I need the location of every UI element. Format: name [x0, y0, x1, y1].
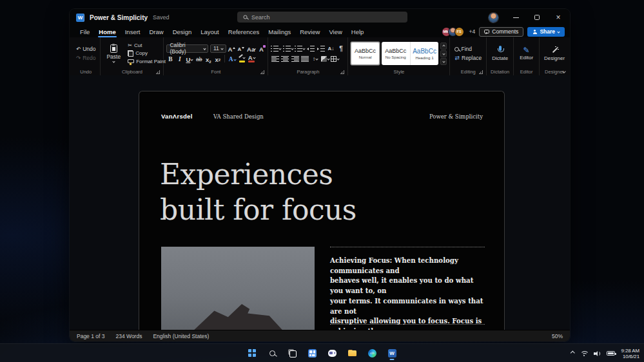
italic-button[interactable]: I — [176, 55, 184, 63]
font-family-combo[interactable]: Calibri (Body) — [166, 44, 208, 53]
shrink-font-button[interactable]: A — [237, 44, 245, 53]
format-painter-button[interactable]: Format Paint — [126, 58, 168, 66]
status-bar: Page 1 of 3 234 Words English (United St… — [70, 330, 570, 341]
start-button[interactable] — [244, 345, 260, 361]
show-marks-button[interactable]: ¶ — [337, 44, 345, 53]
chat-button[interactable] — [324, 345, 340, 361]
style-normal[interactable]: AaBbCc Normal — [351, 42, 379, 65]
word-taskbar-button[interactable]: W — [384, 345, 400, 361]
avatar-overflow-count[interactable]: +4 — [469, 28, 476, 35]
maximize-button[interactable] — [533, 14, 541, 21]
font-dialog-launcher[interactable] — [260, 70, 264, 74]
font-size-combo[interactable]: 11 — [210, 44, 226, 53]
style-name: No Spacing — [385, 55, 406, 59]
align-center-button[interactable] — [281, 55, 289, 63]
widgets-button[interactable] — [304, 345, 320, 361]
clear-formatting-button[interactable]: A — [257, 44, 265, 53]
editing-dialog-launcher[interactable] — [479, 70, 483, 74]
strikethrough-button[interactable]: ab — [195, 55, 203, 63]
task-view-button[interactable] — [284, 345, 300, 361]
designer-group-label: Designer — [545, 69, 564, 75]
find-button[interactable]: Find — [453, 45, 483, 53]
numbering-button[interactable] — [283, 44, 293, 53]
dictate-button[interactable]: Dictate — [489, 39, 511, 68]
undo-group: ↶ Undo ↷ Redo Undo — [72, 37, 101, 75]
bold-button[interactable]: B — [166, 55, 174, 63]
redo-button[interactable]: ↷ Redo — [74, 54, 97, 62]
styles-scroll-down-button[interactable] — [440, 50, 447, 57]
grow-font-button[interactable]: A — [228, 44, 235, 53]
zoom-level[interactable]: 50% — [552, 333, 563, 339]
subscript-button[interactable]: x2 — [204, 55, 212, 63]
file-explorer-button[interactable] — [344, 345, 360, 361]
taskbar-search-button[interactable] — [264, 345, 280, 361]
tab-insert[interactable]: Insert — [121, 26, 145, 37]
borders-button[interactable] — [331, 55, 339, 63]
minimize-button[interactable] — [512, 14, 520, 21]
superscript-button[interactable]: x2 — [214, 55, 222, 63]
user-avatar[interactable] — [489, 13, 498, 23]
page-indicator[interactable]: Page 1 of 3 — [77, 333, 104, 339]
tab-layout[interactable]: Layout — [196, 26, 224, 37]
titlebar: W Power & Simplicity Saved Search × — [70, 9, 570, 26]
replace-button[interactable]: ⇄ Replace — [453, 54, 483, 62]
clipboard-dialog-launcher[interactable] — [156, 70, 160, 74]
tray-overflow-chevron[interactable] — [571, 351, 574, 355]
increase-indent-button[interactable] — [317, 44, 325, 53]
close-button[interactable]: × — [554, 14, 562, 21]
shading-button[interactable] — [321, 55, 329, 63]
underline-button[interactable]: U — [185, 55, 193, 63]
collaborator-avatars[interactable]: MM FS — [442, 28, 463, 36]
multilevel-list-button[interactable] — [295, 44, 305, 53]
tab-mailings[interactable]: Mailings — [264, 26, 295, 37]
copy-button[interactable]: Copy — [126, 50, 168, 57]
styles-scroll-up-button[interactable] — [440, 43, 447, 50]
editor-button[interactable]: ✎ Editor — [516, 39, 536, 68]
tab-design[interactable]: Design — [168, 26, 197, 37]
undo-button[interactable]: ↶ Undo — [74, 45, 97, 53]
edge-button[interactable] — [364, 345, 380, 361]
document-page[interactable]: VanΛrsdel VA Shared Design Power & Simpl… — [139, 91, 505, 330]
designer-button[interactable]: Designer — [541, 39, 568, 68]
tab-home[interactable]: Home — [94, 26, 120, 37]
doc-image[interactable] — [161, 247, 315, 330]
align-left-button[interactable] — [271, 55, 279, 63]
align-right-button[interactable] — [291, 55, 299, 63]
avatar-fs[interactable]: FS — [455, 28, 463, 36]
battery-icon[interactable] — [607, 351, 615, 356]
bullets-button[interactable] — [271, 44, 281, 53]
tab-draw[interactable]: Draw — [144, 26, 168, 37]
comments-button[interactable]: Comments — [479, 27, 523, 37]
search-box[interactable]: Search — [237, 12, 407, 23]
justify-button[interactable] — [301, 55, 309, 63]
styles-more-button[interactable] — [440, 58, 447, 65]
undo-label: Undo — [83, 46, 95, 52]
tab-references[interactable]: References — [224, 26, 264, 37]
tab-file[interactable]: File — [75, 26, 94, 37]
save-status[interactable]: Saved — [153, 14, 170, 21]
tab-help[interactable]: Help — [347, 26, 369, 37]
volume-icon[interactable] — [594, 350, 601, 356]
change-case-button[interactable]: Aa — [246, 44, 256, 53]
wifi-icon[interactable] — [580, 350, 588, 356]
highlight-button[interactable] — [238, 55, 246, 63]
cut-button[interactable]: ✂ Cut — [126, 42, 168, 49]
sort-button[interactable]: A↓ — [327, 44, 335, 53]
building-silhouette — [189, 304, 287, 330]
clock[interactable]: 9:28 AM 10/6/21 — [621, 348, 639, 359]
word-count[interactable]: 234 Words — [115, 333, 142, 339]
style-no-spacing[interactable]: AaBbCc No Spacing — [382, 42, 411, 65]
share-button[interactable]: Share — [527, 27, 565, 37]
tab-review[interactable]: Review — [295, 26, 324, 37]
decrease-indent-button[interactable] — [307, 44, 315, 53]
tab-view[interactable]: View — [324, 26, 346, 37]
line-spacing-button[interactable]: ↕ — [311, 55, 319, 63]
paragraph-dialog-launcher[interactable] — [340, 70, 344, 74]
paste-button[interactable]: Paste — [103, 39, 124, 68]
chat-icon — [328, 350, 337, 357]
style-heading-1[interactable]: AaBbCc Heading 1 — [411, 42, 439, 65]
dotted-divider-top — [330, 247, 485, 247]
text-effects-button[interactable]: A — [228, 55, 237, 63]
language-indicator[interactable]: English (United States) — [153, 333, 209, 339]
font-color-button[interactable]: A — [248, 55, 256, 63]
